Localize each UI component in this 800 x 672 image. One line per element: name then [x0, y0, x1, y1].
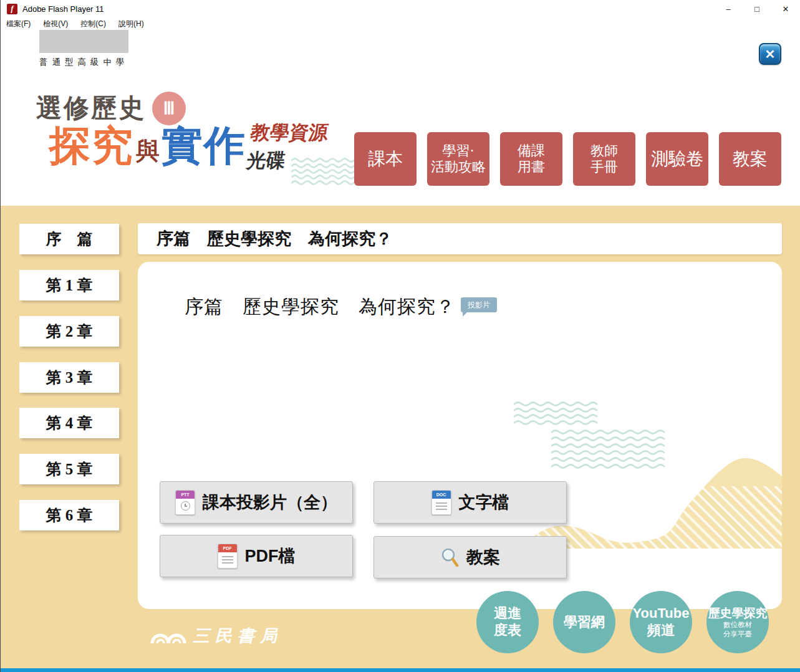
link-history-inquiry-platform[interactable]: 歷史學探究 數位教材 分享平臺 — [706, 591, 769, 653]
nav-button-lesson-plans[interactable]: 教案 — [719, 132, 781, 186]
volume-badge: Ⅲ — [152, 92, 186, 125]
sidebar-item-chapter3[interactable]: 第 3 章 — [19, 362, 119, 393]
sidebar-item-chapter2[interactable]: 第 2 章 — [19, 316, 119, 347]
window-title: Adobe Flash Player 11 — [22, 4, 104, 14]
sidebar-item-chapter6[interactable]: 第 6 章 — [19, 500, 119, 530]
content-panel: 序篇 歷史學探究 為何探究？ 投影片 — [138, 262, 782, 609]
publisher-logo-placeholder — [39, 30, 128, 53]
close-window-button[interactable]: ✕ — [771, 0, 800, 17]
maximize-button[interactable]: □ — [743, 0, 771, 17]
button-label: 教案 — [466, 546, 500, 569]
sidebar-item-chapter5[interactable]: 第 5 章 — [19, 454, 119, 484]
button-label: 課本投影片（全） — [203, 491, 337, 514]
ppt-file-icon: PTT — [175, 490, 195, 515]
button-lesson-plan[interactable]: 教案 — [373, 536, 567, 578]
close-icon: ✕ — [765, 47, 776, 62]
nav-button-test-papers[interactable]: 測驗卷 — [646, 132, 708, 186]
menu-view[interactable]: 檢視(V) — [43, 19, 68, 29]
school-type-label: 普通型高級中學 — [39, 57, 129, 68]
menu-help[interactable]: 說明(H) — [118, 19, 144, 29]
nav-button-teacher-manual[interactable]: 教師 手冊 — [573, 132, 635, 186]
nav-button-learning-activity-guide[interactable]: 學習‧ 活動攻略 — [427, 132, 489, 186]
main-title-conjunction: 與 — [136, 139, 160, 163]
minimize-button[interactable]: – — [714, 0, 743, 17]
sidebar-item-chapter4[interactable]: 第 4 章 — [19, 408, 119, 438]
wave-decoration — [291, 157, 355, 187]
menu-bar: 檔案(F) 檢視(V) 控制(C) 說明(H) — [1, 17, 800, 30]
main-title: 探究 與 實作 — [49, 125, 246, 166]
button-pdf-file[interactable]: PDF PDF檔 — [160, 535, 353, 577]
doc-file-icon: DOC — [431, 490, 451, 515]
window-controls: – □ ✕ — [714, 0, 800, 17]
button-textbook-slides-all[interactable]: PTT 課本投影片（全） — [160, 481, 353, 524]
button-label: PDF檔 — [245, 545, 296, 567]
main-title-part1: 探究 — [49, 125, 134, 166]
magnifier-icon — [440, 547, 459, 567]
link-weekly-progress-chart[interactable]: 週進 度表 — [476, 591, 539, 653]
series-title: 選修歷史 — [36, 91, 146, 125]
button-label: 文字檔 — [459, 491, 509, 514]
pdf-file-icon: PDF — [218, 544, 238, 569]
window-titlebar: f Adobe Flash Player 11 – □ ✕ — [1, 0, 800, 17]
nav-button-lesson-prep-book[interactable]: 備課 用書 — [500, 132, 562, 186]
sidebar-item-preface[interactable]: 序 篇 — [19, 224, 119, 254]
section-title: 序篇 歷史學探究 為何探究？ — [185, 294, 455, 320]
link-youtube-channel[interactable]: YouTube 頻道 — [630, 591, 692, 653]
button-text-file[interactable]: DOC 文字檔 — [373, 481, 567, 524]
publisher-name: 三民書局 — [193, 625, 282, 647]
resource-label-line1: 教學資源 — [249, 118, 330, 146]
flash-player-window: f Adobe Flash Player 11 – □ ✕ 檔案(F) 檢視(V… — [0, 0, 800, 672]
flash-player-icon: f — [7, 4, 17, 14]
section-header-bar: 序篇 歷史學探究 為何探究？ — [138, 223, 782, 254]
link-learning-website[interactable]: 學習網 — [553, 591, 615, 653]
menu-control[interactable]: 控制(C) — [80, 19, 106, 29]
resource-type-nav: 課本 學習‧ 活動攻略 備課 用書 教師 手冊 測驗卷 教案 — [354, 132, 781, 186]
publisher-logo: 三民書局 — [150, 625, 282, 647]
window-bottom-accent — [1, 668, 800, 672]
slide-tag-badge: 投影片 — [461, 297, 497, 312]
sidebar-item-chapter1[interactable]: 第 1 章 — [19, 270, 119, 300]
app-close-button[interactable]: ✕ — [759, 43, 781, 65]
main-title-part2: 實作 — [161, 125, 246, 166]
menu-file[interactable]: 檔案(F) — [6, 19, 31, 29]
publisher-arches-icon — [150, 628, 186, 644]
series-title-row: 選修歷史 Ⅲ — [36, 91, 186, 125]
app-header: 普通型高級中學 ✕ 選修歷史 Ⅲ 探究 與 實作 教學資源 光碟 課本 — [1, 30, 800, 206]
nav-button-textbook[interactable]: 課本 — [354, 132, 417, 186]
section-header-text: 序篇 歷史學探究 為何探究？ — [157, 228, 392, 250]
wave-decoration — [514, 401, 604, 427]
main-area: 序 篇 第 1 章 第 2 章 第 3 章 第 4 章 第 5 章 第 6 章 … — [1, 206, 800, 668]
